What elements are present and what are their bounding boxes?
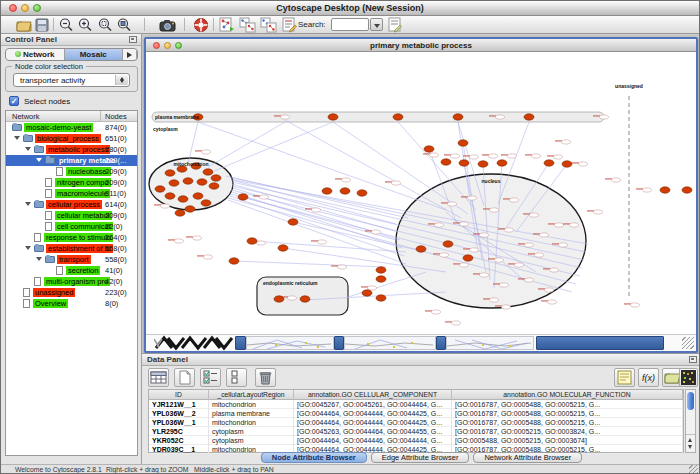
- network-node[interactable]: [165, 193, 175, 199]
- network-node-small[interactable]: [342, 178, 351, 182]
- network-node-small[interactable]: [448, 202, 457, 206]
- network-node-small[interactable]: [204, 255, 213, 259]
- network-node-small[interactable]: [480, 273, 489, 277]
- network-node-small[interactable]: [515, 263, 524, 267]
- network-node-small[interactable]: [468, 196, 477, 200]
- network-node[interactable]: [497, 160, 507, 166]
- network-node-small[interactable]: [631, 303, 640, 307]
- snapshot-icon[interactable]: [159, 17, 175, 33]
- network-node-small[interactable]: [496, 115, 505, 119]
- network-node-small[interactable]: [202, 150, 211, 154]
- network-node-small[interactable]: [480, 233, 489, 237]
- network-node-small[interactable]: [288, 296, 297, 300]
- network-node[interactable]: [288, 219, 298, 225]
- table-scrollbar[interactable]: [685, 389, 696, 453]
- search-input[interactable]: [331, 18, 369, 31]
- network-node[interactable]: [278, 245, 288, 251]
- network-node-small[interactable]: [161, 204, 170, 208]
- attribute-matrix-icon[interactable]: [679, 368, 698, 387]
- tree-row[interactable]: unassigned223(0): [6, 287, 137, 298]
- tree-row[interactable]: Overview8(0): [6, 298, 137, 309]
- expand-triangle-icon[interactable]: [25, 202, 31, 206]
- tab-edge-attribute-browser[interactable]: Edge Attribute Browser: [371, 452, 470, 463]
- network-node-small[interactable]: [430, 153, 439, 157]
- scrollbar-thumb[interactable]: [687, 392, 694, 410]
- network-node[interactable]: [416, 246, 426, 252]
- network-node-small[interactable]: [545, 288, 554, 292]
- network-edge[interactable]: [285, 120, 461, 218]
- network-node-small[interactable]: [530, 213, 539, 217]
- node-color-dropdown[interactable]: transporter activity: [13, 73, 130, 87]
- network-node-small[interactable]: [570, 223, 579, 227]
- tree-row[interactable]: transport558(0): [6, 254, 137, 265]
- tree-row[interactable]: cellular process614(0): [6, 199, 137, 210]
- network-node[interactable]: [376, 276, 386, 282]
- tab-network-attribute-browser[interactable]: Network Attribute Browser: [473, 452, 582, 463]
- network-node-small[interactable]: [532, 154, 541, 158]
- attribute-table[interactable]: ID_cellularLayoutRegionannotation.GO CEL…: [148, 389, 684, 453]
- tab-network[interactable]: Network: [6, 49, 65, 60]
- network-node[interactable]: [238, 194, 248, 200]
- zoom-in-icon[interactable]: [77, 17, 93, 33]
- search-config-icon[interactable]: [387, 17, 403, 33]
- network-node-small[interactable]: [508, 154, 517, 158]
- network-node[interactable]: [660, 187, 670, 193]
- network-node-small[interactable]: [525, 278, 534, 282]
- expand-triangle-icon[interactable]: [25, 246, 31, 250]
- network-node-small[interactable]: [562, 140, 571, 144]
- network-node-small[interactable]: [460, 263, 469, 267]
- network-node-small[interactable]: [193, 236, 202, 240]
- network-node[interactable]: [209, 183, 219, 189]
- window-resize-grip[interactable]: [682, 337, 694, 349]
- tree-row[interactable]: biological_process651(0): [6, 133, 137, 144]
- minimized-window-preview[interactable]: [446, 336, 534, 350]
- network-node-small[interactable]: [368, 286, 377, 290]
- annotation-icon[interactable]: [281, 17, 297, 33]
- table-column-header[interactable]: _cellularLayoutRegion: [209, 390, 294, 400]
- network-node-small[interactable]: [470, 155, 479, 159]
- network-node[interactable]: [340, 188, 350, 194]
- minimized-window-preview[interactable]: [344, 336, 436, 350]
- notes-icon[interactable]: [614, 368, 635, 387]
- network-node[interactable]: [165, 170, 175, 176]
- network-node-small[interactable]: [392, 181, 401, 185]
- network-node[interactable]: [183, 178, 193, 184]
- network-edge[interactable]: [234, 261, 386, 267]
- network-node-small[interactable]: [643, 188, 652, 192]
- network-node-small[interactable]: [338, 265, 347, 269]
- tree-row[interactable]: cell communicat22(0): [6, 221, 137, 232]
- network-node-small[interactable]: [540, 233, 549, 237]
- network-node-small[interactable]: [505, 228, 514, 232]
- network-node[interactable]: [376, 267, 386, 273]
- network-node-small[interactable]: [594, 210, 603, 214]
- network-node[interactable]: [458, 140, 468, 146]
- zoom-out-icon[interactable]: [58, 17, 74, 33]
- network-node-small[interactable]: [500, 283, 509, 287]
- network-canvas[interactable]: plasma membranecytoplasmmitochondrionnuc…: [146, 52, 696, 334]
- network-node-small[interactable]: [318, 240, 327, 244]
- network-edge[interactable]: [348, 272, 426, 297]
- network-node[interactable]: [247, 238, 257, 244]
- minimized-window-titlebar[interactable]: [334, 336, 344, 350]
- network-node-small[interactable]: [579, 162, 588, 166]
- network-node-small[interactable]: [460, 222, 469, 226]
- tree-row[interactable]: cellular metabol209(0): [6, 210, 137, 221]
- network-node-small[interactable]: [490, 298, 499, 302]
- network-node-small[interactable]: [490, 208, 499, 212]
- select-attributes-icon[interactable]: [200, 368, 221, 387]
- network-node[interactable]: [274, 296, 284, 302]
- table-column-header[interactable]: annotation.GO MOLECULAR_FUNCTION: [452, 390, 683, 400]
- network-node-small[interactable]: [510, 198, 519, 202]
- network-node-small[interactable]: [257, 241, 266, 245]
- network-node-small[interactable]: [312, 208, 321, 212]
- network-node[interactable]: [393, 114, 403, 120]
- tab-node-attribute-browser[interactable]: Node Attribute Browser: [261, 452, 367, 463]
- network-node[interactable]: [441, 159, 451, 165]
- tree-row[interactable]: secretion41(0): [6, 265, 137, 276]
- network-node-small[interactable]: [555, 223, 564, 227]
- network-tool-icon-3[interactable]: [260, 17, 276, 33]
- network-edge[interactable]: [232, 180, 396, 224]
- network-node[interactable]: [193, 193, 203, 199]
- network-node[interactable]: [155, 186, 165, 192]
- network-graph[interactable]: plasma membranecytoplasmmitochondrionnuc…: [146, 52, 696, 334]
